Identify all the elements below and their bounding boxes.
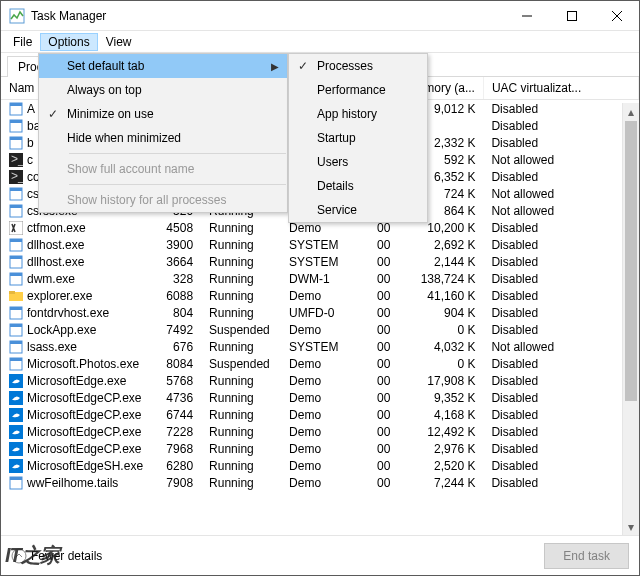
col-uac[interactable]: UAC virtualizat... <box>483 77 638 100</box>
end-task-button[interactable]: End task <box>544 543 629 569</box>
cell-uac: Disabled <box>483 134 638 151</box>
cell-pid: 6744 <box>151 406 201 423</box>
svg-text:>_: >_ <box>11 153 23 166</box>
maximize-button[interactable] <box>549 1 594 30</box>
cell-cpu: 00 <box>356 304 398 321</box>
table-row[interactable]: explorer.exe6088RunningDemo0041,160 KDis… <box>1 287 639 304</box>
submenu-processes[interactable]: ✓Processes <box>289 54 427 78</box>
cell-cpu: 00 <box>356 236 398 253</box>
cell-name: dwm.exe <box>1 270 151 287</box>
menuitem-hide-when-minimized[interactable]: Hide when minimized <box>39 126 287 150</box>
cell-uac: Disabled <box>483 168 638 185</box>
cell-user: SYSTEM <box>281 236 356 253</box>
cell-status: Suspended <box>201 321 281 338</box>
submenu-users[interactable]: Users <box>289 150 427 174</box>
process-icon <box>9 204 23 218</box>
scroll-down-icon[interactable]: ▾ <box>623 518 639 535</box>
svg-rect-10 <box>10 137 22 140</box>
cell-name: MicrosoftEdgeCP.exe <box>1 389 151 406</box>
menu-view[interactable]: View <box>98 33 140 51</box>
cell-uac: Disabled <box>483 253 638 270</box>
cell-name: MicrosoftEdgeSH.exe <box>1 457 151 474</box>
cell-status: Running <box>201 287 281 304</box>
cell-uac: Disabled <box>483 236 638 253</box>
menu-options[interactable]: Options <box>40 33 97 51</box>
svg-rect-0 <box>10 9 24 23</box>
submenu-performance[interactable]: Performance <box>289 78 427 102</box>
table-row[interactable]: MicrosoftEdgeCP.exe4736RunningDemo009,35… <box>1 389 639 406</box>
cell-status: Running <box>201 253 281 270</box>
cell-status: Running <box>201 338 281 355</box>
scroll-thumb[interactable] <box>625 121 637 401</box>
menuitem-set-default-tab[interactable]: Set default tab▶ <box>39 54 287 78</box>
table-row[interactable]: dwm.exe328RunningDWM-100138,724 KDisable… <box>1 270 639 287</box>
cell-user: UMFD-0 <box>281 304 356 321</box>
table-row[interactable]: MicrosoftEdgeSH.exe6280RunningDemo002,52… <box>1 457 639 474</box>
options-dropdown: Set default tab▶ Always on top ✓Minimize… <box>38 53 288 213</box>
menuitem-always-on-top[interactable]: Always on top <box>39 78 287 102</box>
table-row[interactable]: LockApp.exe7492SuspendedDemo000 KDisable… <box>1 321 639 338</box>
process-icon <box>9 289 23 303</box>
svg-line-4 <box>612 11 622 21</box>
cell-status: Suspended <box>201 355 281 372</box>
cell-uac: Not allowed <box>483 185 638 202</box>
table-row[interactable]: lsass.exe676RunningSYSTEM004,032 KNot al… <box>1 338 639 355</box>
cell-pid: 328 <box>151 270 201 287</box>
svg-rect-31 <box>10 324 22 327</box>
submenu-startup[interactable]: Startup <box>289 126 427 150</box>
process-icon <box>9 102 23 116</box>
process-icon: >_ <box>9 153 23 167</box>
minimize-button[interactable] <box>504 1 549 30</box>
app-icon <box>9 8 25 24</box>
cell-user: Demo <box>281 440 356 457</box>
table-row[interactable]: wwFeilhome.tails7908RunningDemo007,244 K… <box>1 474 639 491</box>
submenu-service[interactable]: Service <box>289 198 427 222</box>
cell-pid: 5768 <box>151 372 201 389</box>
submenu-app-history[interactable]: App history <box>289 102 427 126</box>
cell-mem: 7,244 K <box>398 474 483 491</box>
cell-name: dllhost.exe <box>1 253 151 270</box>
cell-uac: Disabled <box>483 270 638 287</box>
menu-file[interactable]: File <box>5 33 40 51</box>
table-row[interactable]: fontdrvhost.exe804RunningUMFD-000904 KDi… <box>1 304 639 321</box>
close-button[interactable] <box>594 1 639 30</box>
scroll-up-icon[interactable]: ▴ <box>623 103 639 120</box>
cell-pid: 676 <box>151 338 201 355</box>
cell-cpu: 00 <box>356 389 398 406</box>
menubar: File Options View <box>1 31 639 53</box>
table-row[interactable]: MicrosoftEdge.exe5768RunningDemo0017,908… <box>1 372 639 389</box>
menuitem-minimize-on-use[interactable]: ✓Minimize on use <box>39 102 287 126</box>
cell-mem: 9,352 K <box>398 389 483 406</box>
cell-pid: 7492 <box>151 321 201 338</box>
cell-status: Running <box>201 457 281 474</box>
menu-separator <box>69 184 286 185</box>
cell-mem: 12,492 K <box>398 423 483 440</box>
table-row[interactable]: MicrosoftEdgeCP.exe7968RunningDemo002,97… <box>1 440 639 457</box>
submenu-arrow-icon: ▶ <box>271 61 287 72</box>
menu-separator <box>69 153 286 154</box>
table-row[interactable]: dllhost.exe3900RunningSYSTEM002,692 KDis… <box>1 236 639 253</box>
cell-uac: Disabled <box>483 440 638 457</box>
cell-uac: Disabled <box>483 100 638 118</box>
cell-status: Running <box>201 270 281 287</box>
process-icon <box>9 391 23 405</box>
set-default-tab-submenu: ✓Processes Performance App history Start… <box>288 53 428 223</box>
cell-pid: 7968 <box>151 440 201 457</box>
svg-rect-18 <box>10 205 22 208</box>
process-icon <box>9 476 23 490</box>
cell-uac: Disabled <box>483 355 638 372</box>
process-icon <box>9 187 23 201</box>
cell-status: Running <box>201 304 281 321</box>
submenu-details[interactable]: Details <box>289 174 427 198</box>
vertical-scrollbar[interactable]: ▴ ▾ <box>622 103 639 535</box>
cell-user: Demo <box>281 287 356 304</box>
cell-user: SYSTEM <box>281 338 356 355</box>
table-row[interactable]: dllhost.exe3664RunningSYSTEM002,144 KDis… <box>1 253 639 270</box>
svg-text:>_: >_ <box>11 170 23 183</box>
process-icon <box>9 221 23 235</box>
cell-uac: Disabled <box>483 219 638 236</box>
cell-user: Demo <box>281 406 356 423</box>
table-row[interactable]: Microsoft.Photos.exe8084SuspendedDemo000… <box>1 355 639 372</box>
table-row[interactable]: MicrosoftEdgeCP.exe7228RunningDemo0012,4… <box>1 423 639 440</box>
table-row[interactable]: MicrosoftEdgeCP.exe6744RunningDemo004,16… <box>1 406 639 423</box>
